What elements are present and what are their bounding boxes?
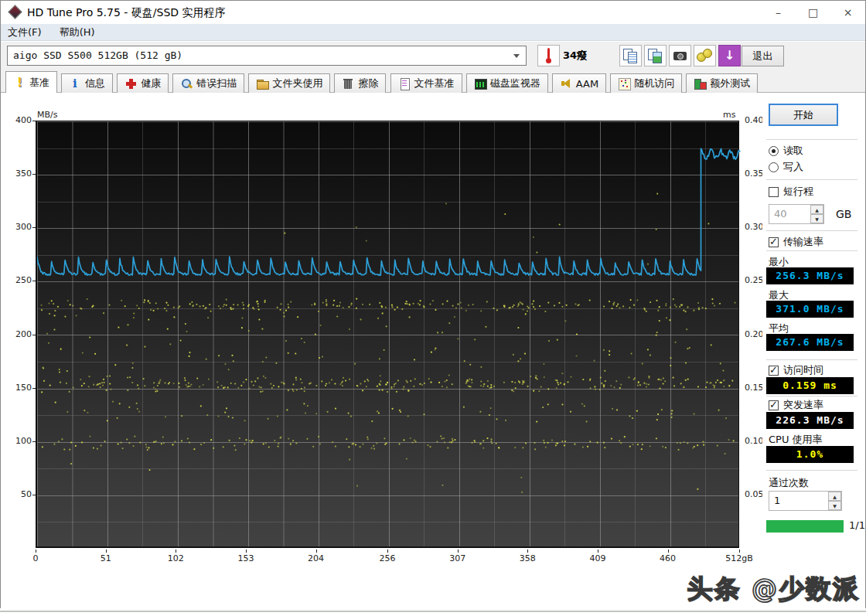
spin-down-icon[interactable]: ▼: [810, 214, 823, 223]
tab-label: 文件基准: [414, 77, 455, 90]
maximize-button[interactable]: □: [796, 1, 830, 24]
chevron-down-icon: [513, 54, 520, 58]
spin-up-icon[interactable]: ▲: [810, 205, 823, 214]
burst-rate-display: 226.3 MB/s: [766, 412, 854, 429]
copy-text-button[interactable]: [619, 45, 642, 66]
tab-random-access[interactable]: 随机访问: [610, 73, 682, 93]
tab-aam[interactable]: AAM: [552, 73, 606, 93]
pass-count-spinner[interactable]: ▲▼: [828, 492, 841, 510]
tab-error-scan[interactable]: 错误扫描: [172, 73, 244, 93]
tab-label: 基准: [29, 76, 49, 90]
short-stroke-label: 短行程: [783, 185, 813, 199]
axis-tick-label: 307: [449, 553, 465, 563]
tab-folder-usage[interactable]: 文件夹使用: [248, 73, 330, 93]
close-button[interactable]: ×: [830, 1, 865, 24]
random-access-icon: [618, 77, 630, 90]
tab-erase[interactable]: 擦除: [334, 73, 386, 93]
axis-tick-label: 51: [101, 553, 111, 563]
tab-label: 错误扫描: [196, 77, 237, 90]
spin-up-icon[interactable]: ▲: [828, 492, 841, 501]
axis-tick-label: 300: [5, 222, 32, 232]
axis-tick-mark: [106, 550, 107, 553]
watermark: 头条 @少数派: [687, 572, 861, 607]
disks-icon: [694, 46, 715, 66]
checkbox-icon: [769, 187, 779, 197]
access-time-checkbox[interactable]: 访问时间: [769, 363, 823, 377]
axis-tick-label: 350: [5, 168, 32, 179]
start-button[interactable]: 开始: [769, 104, 838, 126]
axis-tick-label: 358: [520, 553, 536, 563]
tab-label: 信息: [85, 77, 105, 90]
axis-tick-mark: [32, 227, 36, 228]
axis-tick-label: 102: [168, 553, 184, 563]
down-arrow-icon: ↓: [725, 48, 735, 63]
tab-disk-monitor[interactable]: 磁盘监视器: [466, 73, 548, 93]
axis-tick-mark: [176, 550, 176, 553]
progress-label: 1/1: [849, 519, 865, 531]
exclamation-icon: [13, 77, 26, 89]
progress-bar: [766, 520, 844, 533]
short-stroke-spinner[interactable]: ▲▼: [810, 205, 823, 223]
axis-tick-mark: [32, 335, 36, 335]
checkbox-icon: [769, 366, 779, 376]
gb-unit-label: GB: [836, 208, 851, 220]
axis-tick-label: 204: [308, 553, 324, 563]
axis-tick-label: 512gB: [725, 553, 753, 563]
bottom-divider: [0, 611, 866, 612]
read-radio[interactable]: 读取: [769, 144, 803, 158]
screenshot-button[interactable]: [669, 45, 691, 66]
short-stroke-checkbox[interactable]: 短行程: [769, 185, 813, 199]
speaker-icon: [560, 77, 572, 90]
extra-tests-icon: [694, 77, 706, 90]
axis-tick-label: 0: [33, 553, 39, 563]
axis-tick-label: 50: [5, 489, 32, 499]
temperature-value: 34癈: [563, 49, 587, 63]
access-time-label: 访问时间: [783, 363, 823, 377]
axis-tick-mark: [458, 550, 459, 553]
axis-tick-label: 0.05: [745, 489, 764, 499]
tab-info[interactable]: 信息: [61, 73, 113, 93]
menu-help[interactable]: 帮助(H): [53, 24, 102, 40]
pass-count-label: 通过次数: [769, 476, 809, 490]
radio-icon: [769, 146, 779, 156]
tab-health[interactable]: 健康: [117, 73, 169, 93]
cpu-usage-display: 1.0%: [766, 446, 854, 463]
write-radio[interactable]: 写入: [769, 160, 803, 174]
benchmark-plot: [36, 121, 739, 548]
max-speed-display: 371.0 MB/s: [766, 301, 854, 318]
window-title: HD Tune Pro 5.75 - 硬盘/SSD 实用程序: [27, 1, 226, 24]
minimize-button[interactable]: –: [761, 1, 796, 24]
axis-tick-mark: [32, 281, 36, 281]
menu-bar: 文件(F) 帮助(H): [1, 24, 865, 41]
drive-select[interactable]: aigo SSD S500 512GB (512 gB): [7, 46, 527, 66]
axis-tick-label: 0.30: [745, 222, 764, 232]
axis-tick-label: 409: [589, 553, 605, 563]
access-time-display: 0.159 ms: [766, 377, 854, 394]
trash-icon: [342, 77, 354, 90]
tab-label: AAM: [576, 78, 598, 90]
camera-icon: [670, 46, 690, 66]
save-button[interactable]: [694, 45, 716, 66]
control-panel: 开始 读取 写入 短行程 40 ▲▼ GB 传输速率 最小 256.3 MB/s…: [762, 93, 865, 608]
tab-benchmark[interactable]: 基准: [5, 71, 57, 93]
transfer-rate-checkbox[interactable]: 传输速率: [769, 235, 823, 249]
axis-tick-label: 200: [5, 329, 32, 339]
copy-image-button[interactable]: [644, 45, 667, 66]
temperature-button[interactable]: [537, 45, 560, 66]
axis-tick-label: 100: [5, 436, 32, 446]
tab-extra-tests[interactable]: 额外测试: [686, 73, 758, 93]
axis-tick-label: 0.15: [745, 383, 764, 393]
menu-file[interactable]: 文件(F): [1, 24, 49, 40]
download-button[interactable]: ↓: [718, 45, 741, 66]
spin-down-icon[interactable]: ▼: [828, 501, 841, 510]
axis-tick-mark: [598, 550, 598, 553]
axis-tick-label: 460: [660, 553, 676, 563]
exit-button[interactable]: 退出: [742, 46, 784, 66]
burst-rate-checkbox[interactable]: 突发速率: [769, 398, 823, 412]
cpu-usage-label: CPU 使用率: [769, 433, 823, 447]
benchmark-content: MB/s ms 400350300250200150100500.400.350…: [1, 93, 865, 608]
tab-label: 健康: [141, 77, 161, 90]
tab-file-benchmark[interactable]: 文件基准: [390, 73, 462, 93]
tab-label: 文件夹使用: [272, 77, 322, 90]
axis-tick-label: 153: [237, 553, 254, 563]
